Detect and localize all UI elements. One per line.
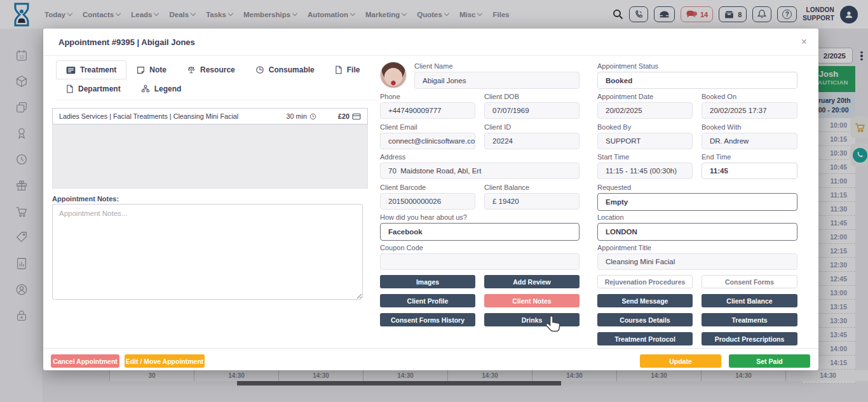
scale-icon	[187, 65, 196, 74]
cancel-appointment-button[interactable]: Cancel Appointment	[51, 354, 119, 368]
booked-by-input[interactable]: SUPPORT	[597, 133, 693, 149]
address-input[interactable]: 70 Maidstone Road, Abl, Ert	[380, 163, 580, 179]
note-icon	[137, 66, 145, 74]
treatment-protocol-button[interactable]: Treatment Protocol	[597, 332, 693, 345]
file-icon	[335, 65, 342, 74]
tab-resource[interactable]: Resource	[177, 60, 245, 79]
location-select[interactable]: LONDON	[597, 223, 797, 241]
edit-move-appointment-button[interactable]: Edit / Move Appointment	[125, 354, 205, 368]
consent-forms-button[interactable]: Consent Forms	[702, 275, 797, 288]
appointment-modal: Appointment #9395 | Abigail Jones × Trea…	[43, 29, 818, 370]
booked-with-field: Booked With DR. Andrew	[702, 123, 797, 149]
treatment-name: Ladies Services | Facial Treatments | Cl…	[59, 112, 287, 120]
card-icon	[352, 113, 361, 120]
tab-legend[interactable]: Legend	[131, 79, 192, 98]
status-select[interactable]: Booked	[597, 72, 797, 89]
client-id-field: Client ID 20224	[484, 123, 580, 149]
treatment-list: Ladies Services | Facial Treatments | Cl…	[52, 108, 368, 189]
client-id-label: Client ID	[484, 123, 580, 131]
product-prescriptions-button[interactable]: Product Prescriptions	[702, 332, 797, 345]
modal-title: Appointment #9395 | Abigail Jones	[58, 37, 195, 47]
booked-by-field: Booked By SUPPORT	[597, 123, 693, 149]
phone-label: Phone	[380, 93, 475, 100]
appt-date-label: Appointment Date	[597, 93, 693, 100]
barcode-input[interactable]: 2015000000026	[380, 193, 475, 210]
location-field: Location LONDON	[597, 213, 797, 241]
client-id-input[interactable]: 20224	[484, 133, 580, 149]
referral-select[interactable]: Facebook	[380, 223, 580, 241]
modal-footer: Cancel Appointment Edit / Move Appointme…	[43, 348, 818, 370]
sitemap-icon	[141, 84, 150, 93]
pie-clock-icon	[255, 65, 264, 74]
requested-select[interactable]: Empty	[597, 193, 797, 211]
balance-field: Client Balance £ 19420	[484, 184, 580, 210]
booked-by-label: Booked By	[597, 123, 693, 131]
email-input[interactable]: connect@clinicsoftware.com	[380, 133, 475, 149]
start-time-input[interactable]: 11:15 - 11:45 (00:30h)	[597, 163, 693, 179]
appt-title-field: Appointment Title Cleansing Mini Facial	[597, 244, 797, 270]
client-profile-button[interactable]: Client Profile	[380, 294, 475, 307]
clock-icon	[309, 113, 316, 120]
referral-label: How did you hear about us?	[380, 213, 580, 221]
treatment-list-empty-area	[52, 124, 368, 189]
appointment-notes-label: Appointment Notes:	[52, 195, 119, 203]
close-icon[interactable]: ×	[801, 37, 807, 47]
tab-treatment[interactable]: Treatment	[56, 60, 126, 79]
appt-title-label: Appointment Title	[597, 244, 797, 251]
client-name-field: Client Name Abigail Jones	[414, 62, 580, 89]
modal-tabs: Treatment Note Resource Consumable File …	[56, 60, 377, 100]
appt-date-field: Appointment Date 20/02/2025	[597, 93, 693, 119]
drinks-button[interactable]: Drinks	[484, 313, 580, 326]
appointment-notes-textarea[interactable]	[52, 204, 363, 300]
set-paid-button[interactable]: Set Paid	[729, 354, 810, 368]
treatment-row[interactable]: Ladies Services | Facial Treatments | Cl…	[52, 108, 368, 124]
balance-input[interactable]: £ 19420	[484, 193, 580, 210]
treatments-button[interactable]: Treatments	[702, 313, 797, 326]
email-label: Client Email	[380, 123, 475, 131]
start-time-field: Start Time 11:15 - 11:45 (00:30h)	[597, 153, 693, 179]
rejuvenation-procedures-button[interactable]: Rejuvenation Procedures	[597, 275, 693, 288]
balance-label: Client Balance	[484, 184, 580, 191]
courses-details-button[interactable]: Courses Details	[597, 313, 693, 326]
booked-with-input[interactable]: DR. Andrew	[702, 133, 797, 149]
location-label: Location	[597, 213, 797, 221]
client-notes-button[interactable]: Client Notes	[484, 294, 580, 307]
consent-forms-history-button[interactable]: Consent Forms History	[380, 313, 475, 326]
update-button[interactable]: Update	[640, 354, 721, 368]
dob-field: Client DOB 07/07/1969	[484, 93, 580, 119]
requested-field: Requested Empty	[597, 184, 797, 211]
appt-title-input[interactable]: Cleansing Mini Facial	[597, 253, 797, 270]
client-name-input[interactable]: Abigail Jones	[414, 72, 580, 89]
client-avatar[interactable]	[380, 62, 407, 88]
document-icon	[66, 84, 74, 93]
treatment-icon	[66, 66, 76, 74]
appt-date-input[interactable]: 20/02/2025	[597, 102, 693, 119]
tab-consumable[interactable]: Consumable	[245, 60, 325, 79]
modal-header: Appointment #9395 | Abigail Jones ×	[43, 29, 818, 56]
send-message-button[interactable]: Send Message	[597, 294, 693, 307]
treatment-duration: 30 min	[287, 112, 316, 120]
tab-file[interactable]: File	[325, 60, 370, 79]
start-time-label: Start Time	[597, 153, 693, 161]
end-time-input[interactable]: 11:45	[702, 163, 797, 179]
referral-field: How did you hear about us? Facebook	[380, 213, 580, 241]
status-label: Appointment Status	[597, 62, 797, 70]
tab-note[interactable]: Note	[126, 60, 177, 79]
booked-on-field: Booked On 20/02/2025 17:37	[702, 93, 797, 119]
treatment-price: £20	[338, 112, 361, 120]
barcode-label: Client Barcode	[380, 184, 475, 191]
images-button[interactable]: Images	[380, 275, 475, 288]
address-field: Address 70 Maidstone Road, Abl, Ert	[380, 153, 580, 179]
coupon-input[interactable]	[380, 253, 580, 270]
end-time-label: End Time	[702, 153, 797, 161]
phone-field: Phone +447490009777	[380, 93, 475, 119]
phone-input[interactable]: +447490009777	[380, 102, 475, 119]
dob-input[interactable]: 07/07/1969	[484, 102, 580, 119]
tab-department[interactable]: Department	[56, 79, 131, 98]
barcode-field: Client Barcode 2015000000026	[380, 184, 475, 210]
coupon-field: Coupon Code	[380, 244, 580, 270]
add-review-button[interactable]: Add Review	[484, 275, 580, 288]
dob-label: Client DOB	[484, 93, 580, 100]
booked-on-input[interactable]: 20/02/2025 17:37	[702, 102, 797, 119]
client-balance-button[interactable]: Client Balance	[702, 294, 797, 307]
